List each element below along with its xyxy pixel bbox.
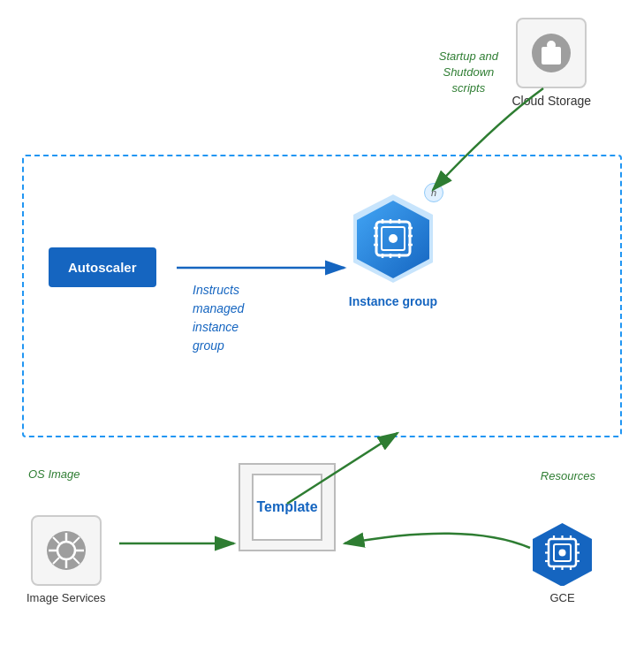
template-inner: Template	[252, 474, 322, 541]
template-box: Template	[239, 463, 336, 551]
os-image-label: OS Image	[28, 467, 80, 481]
svg-point-19	[389, 234, 398, 243]
gce-container: GCE	[529, 520, 595, 604]
svg-point-45	[559, 550, 566, 557]
instructs-label: Instructs managed instance group	[193, 281, 244, 355]
instance-group-label: Instance group	[349, 294, 437, 308]
autoscaler-button: Autoscaler	[49, 247, 156, 287]
diagram-container: Cloud Storage Startup and Shutdown scrip…	[0, 0, 644, 653]
startup-shutdown-label: Startup and Shutdown scripts	[439, 49, 498, 97]
template-label: Template	[256, 499, 317, 515]
image-services-icon	[31, 515, 102, 586]
svg-point-2	[547, 41, 556, 49]
instance-group-svg	[345, 190, 442, 287]
image-services: Image Services	[27, 515, 106, 604]
cloud-storage: Cloud Storage	[511, 18, 591, 108]
managed-instance-group-box	[22, 155, 622, 437]
cloud-storage-label: Cloud Storage	[511, 94, 591, 108]
instance-n-badge: n	[424, 183, 443, 202]
cloud-storage-icon	[516, 18, 587, 88]
gce-icon	[529, 520, 595, 586]
instance-group: n	[345, 190, 442, 308]
resources-label: Resources	[541, 469, 595, 482]
gce-label: GCE	[549, 591, 574, 604]
instance-group-icon-wrapper: n	[345, 190, 442, 291]
image-services-label: Image Services	[27, 591, 106, 604]
